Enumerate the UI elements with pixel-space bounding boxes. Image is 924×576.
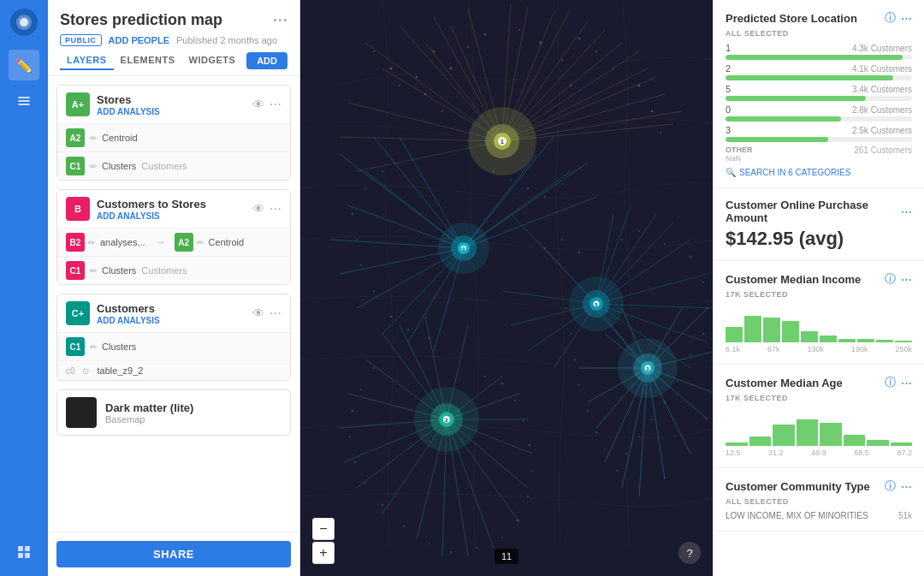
svg-rect-4: [18, 104, 30, 105]
layer-group-stores-header[interactable]: A+ Stores ADD ANALYSIS 👁 ⋯: [57, 86, 290, 123]
bar-0-label: 0: [726, 104, 731, 115]
predicted-store-menu-icon[interactable]: ⋯: [901, 12, 912, 25]
customers-menu-icon[interactable]: ⋯: [270, 306, 281, 320]
customers-header[interactable]: C+ Customers ADD ANALYSIS 👁 ⋯: [57, 294, 290, 332]
svg-point-199: [529, 444, 531, 447]
community-info-icon[interactable]: ⓘ: [885, 478, 896, 494]
income-histogram: [726, 304, 912, 342]
sublayer-a2-edit-icon[interactable]: ✏: [90, 134, 97, 143]
purchase-amount-title: Customer Online Purchase Amount: [726, 199, 901, 224]
nav-grid-icon[interactable]: [9, 537, 39, 567]
median-income-info-icon[interactable]: ⓘ: [885, 271, 896, 287]
customers-add-analysis[interactable]: ADD ANALYSIS: [97, 316, 246, 325]
panel-title: Stores prediction map: [60, 11, 222, 29]
community-first-value: 51k: [898, 511, 912, 520]
income-axis-4: 250k: [895, 345, 912, 353]
purchase-menu-icon[interactable]: ⋯: [901, 205, 912, 218]
cts-add-analysis[interactable]: ADD ANALYSIS: [97, 211, 246, 221]
community-first-label: LOW INCOME, MIX OF MINORITIES: [726, 511, 868, 520]
customers-to-stores-header[interactable]: B Customers to Stores ADD ANALYSIS 👁 ⋯: [57, 190, 290, 228]
svg-rect-8: [25, 553, 30, 558]
svg-point-148: [352, 213, 354, 216]
customers-visibility-icon[interactable]: 👁: [252, 306, 264, 320]
stores-menu-icon[interactable]: ⋯: [270, 98, 281, 111]
sublayer-c0-icon: c0: [66, 366, 75, 376]
layer-group-customers: C+ Customers ADD ANALYSIS 👁 ⋯ C1 ✏ Clust…: [56, 294, 291, 381]
stores-layer-icons: 👁 ⋯: [252, 98, 281, 111]
bar-5-label: 5: [726, 84, 731, 94]
cts-badge: B: [66, 197, 90, 221]
svg-point-189: [364, 483, 366, 484]
predicted-store-header: Predicted Store Location ⓘ ⋯: [726, 10, 912, 26]
sublayer-a2b-pair: A2 ✏: [175, 233, 204, 252]
basemap-thumbnail: [66, 397, 97, 428]
svg-point-137: [390, 68, 393, 70]
sublayer-a2b-edit[interactable]: ✏: [197, 238, 204, 247]
sublayer-a2b-name: Centroid: [209, 237, 245, 247]
sublayer-c1c-edit[interactable]: ✏: [90, 342, 97, 352]
stores-add-analysis[interactable]: ADD ANALYSIS: [97, 107, 246, 116]
basemap-sub: Basemap: [105, 414, 193, 425]
cts-info: Customers to Stores ADD ANALYSIS: [97, 198, 246, 221]
svg-text:1: 1: [500, 139, 504, 145]
median-income-sub: 17K SELECTED: [726, 290, 912, 299]
svg-point-140: [441, 110, 443, 112]
svg-point-192: [429, 543, 430, 544]
tab-elements[interactable]: ELEMENTS: [114, 51, 182, 70]
cts-menu-icon[interactable]: ⋯: [270, 202, 281, 216]
svg-point-144: [651, 110, 653, 112]
purchase-amount-header: Customer Online Purchase Amount ⋯: [726, 199, 912, 224]
age-axis-0: 12.5: [726, 448, 741, 457]
tab-layers[interactable]: LAYERS: [60, 51, 114, 70]
zoom-in-button[interactable]: +: [312, 542, 335, 564]
sublayer-c1-name: Clusters: [102, 161, 136, 171]
map-zoom-controls: − +: [312, 518, 335, 564]
svg-point-173: [651, 419, 653, 420]
tab-widgets[interactable]: WIDGETS: [182, 51, 243, 70]
income-axis-2: 130k: [807, 345, 824, 353]
add-button[interactable]: ADD: [246, 52, 287, 69]
share-button[interactable]: SHARE: [56, 541, 291, 567]
svg-point-172: [664, 401, 666, 404]
age-axis-4: 87.2: [897, 448, 912, 457]
age-axis: 12.5 31.2 49.9 68.5 87.2: [726, 448, 912, 457]
median-income-menu-icon[interactable]: ⋯: [901, 273, 912, 286]
cts-name: Customers to Stores: [97, 198, 246, 211]
svg-point-193: [450, 551, 453, 554]
median-age-info-icon[interactable]: ⓘ: [885, 375, 896, 390]
layers-panel: Stores prediction map ⋯ PUBLIC ADD PEOPL…: [48, 0, 300, 576]
panel-menu-icon[interactable]: ⋯: [272, 10, 287, 29]
map-help-button[interactable]: ?: [678, 542, 701, 564]
stores-badge: A+: [66, 92, 90, 116]
svg-point-202: [501, 383, 504, 385]
svg-point-139: [424, 93, 426, 95]
add-people-link[interactable]: ADD PEOPLE: [109, 35, 170, 45]
map-area[interactable]: 1 0: [300, 0, 713, 576]
bar-row-0: 0 2.8k Customers: [726, 104, 912, 122]
search-categories-link[interactable]: 🔍 SEARCH IN 6 CATEGORIES: [726, 168, 912, 177]
app-logo[interactable]: [10, 9, 38, 36]
sublayer-table-name: table_z9_2: [98, 365, 144, 376]
predicted-store-info-icon[interactable]: ⓘ: [885, 10, 896, 26]
bar-0-value: 2.8k Customers: [852, 105, 912, 115]
community-type-sub: ALL SELECTED: [726, 497, 912, 506]
svg-point-156: [510, 179, 512, 181]
svg-point-163: [621, 239, 623, 240]
sublayer-b2-edit[interactable]: ✏: [88, 238, 95, 247]
nav-pencil-icon[interactable]: ✏️: [9, 50, 39, 80]
share-row: SHARE: [48, 531, 299, 576]
zoom-out-button[interactable]: −: [312, 518, 335, 540]
svg-point-135: [416, 76, 418, 78]
nav-layers-icon[interactable]: [9, 86, 39, 116]
svg-point-187: [349, 436, 351, 437]
median-age-menu-icon[interactable]: ⋯: [901, 377, 912, 389]
sublayer-c1b-edit[interactable]: ✏: [90, 266, 97, 276]
community-menu-icon[interactable]: ⋯: [901, 480, 912, 493]
predicted-store-sub: ALL SELECTED: [726, 29, 912, 38]
bar-row-2: 2 4.1k Customers: [726, 63, 912, 80]
sublayer-c1-edit-icon[interactable]: ✏: [90, 162, 97, 171]
stores-visibility-icon[interactable]: 👁: [252, 98, 264, 111]
sublayer-c1-badge: C1: [66, 157, 85, 175]
cts-visibility-icon[interactable]: 👁: [252, 202, 264, 216]
svg-point-191: [403, 526, 405, 527]
